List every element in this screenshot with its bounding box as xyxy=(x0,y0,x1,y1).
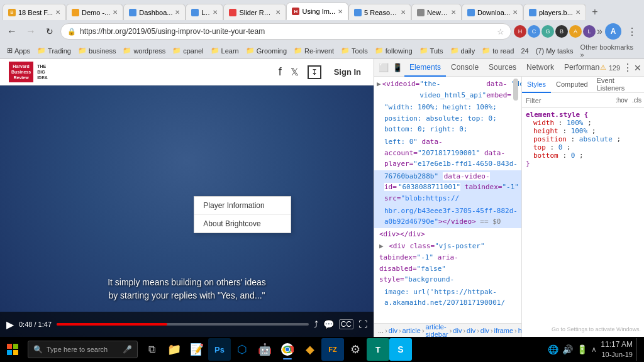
cc-icon[interactable]: CC xyxy=(339,319,353,329)
tab-10[interactable]: players.b... ✕ xyxy=(523,4,586,20)
context-menu-item-2[interactable]: About Brightcove xyxy=(194,215,291,233)
ext-dots[interactable]: » xyxy=(597,26,602,37)
show-desktop-button[interactable] xyxy=(636,338,640,361)
task-view-button[interactable]: ⧉ xyxy=(140,338,163,361)
tab-7[interactable]: 5 Reason... ✕ xyxy=(348,4,411,20)
reload-button[interactable]: ↻ xyxy=(42,23,58,40)
chat-icon[interactable]: 💬 xyxy=(323,319,334,329)
expand-icon-7[interactable]: ▶ xyxy=(379,242,384,250)
tab9-close[interactable]: ✕ xyxy=(513,9,518,16)
tab3-close[interactable]: ✕ xyxy=(175,9,180,16)
app-orange[interactable]: ◆ xyxy=(299,338,321,361)
bc-div3[interactable]: div xyxy=(467,327,475,334)
bc-div4[interactable]: div xyxy=(480,327,489,334)
progress-bar[interactable] xyxy=(57,323,309,326)
bc-div2[interactable]: div xyxy=(453,327,462,334)
code-scrollbar[interactable] xyxy=(513,77,518,126)
fullscreen-icon[interactable]: ⛶ xyxy=(358,319,367,329)
bc-article[interactable]: article xyxy=(402,327,421,334)
prop-name-position[interactable]: position xyxy=(533,135,567,143)
volume-icon[interactable]: 🔊 xyxy=(562,344,573,354)
forward-button[interactable]: → xyxy=(23,23,39,40)
tab-4[interactable]: LC ✕ xyxy=(186,4,223,20)
styles-filter-input[interactable] xyxy=(526,97,613,104)
prop-val-position[interactable]: absolute xyxy=(579,135,613,143)
new-tab-button[interactable]: + xyxy=(586,4,604,20)
ext-green[interactable]: G xyxy=(541,25,554,38)
ext-blue[interactable]: C xyxy=(528,25,540,38)
code-line-4-selected[interactable]: 76760bab288b" data-video-id="60380887110… xyxy=(374,170,521,205)
tab-6-active[interactable]: H Using Im... ✕ xyxy=(286,3,348,20)
prop-name-bottom[interactable]: bottom xyxy=(533,151,558,160)
back-button[interactable]: ← xyxy=(4,23,20,40)
prop-val-top[interactable]: 0 xyxy=(558,143,563,151)
code-line-5-selected[interactable]: hbr.org/b43eee3f-3705-45ff-882d-a0b92d46… xyxy=(374,205,521,228)
bookmark-following[interactable]: 📁 following xyxy=(372,46,416,55)
menu-button[interactable]: ⋮ xyxy=(624,23,640,40)
bookmark-apps[interactable]: ⊞ Apps xyxy=(4,46,33,55)
battery-icon[interactable]: 🔋 xyxy=(577,344,587,354)
taskbar-search[interactable]: 🔍 Type here to search 🎤 xyxy=(28,341,138,358)
app-filezilla[interactable]: FZ xyxy=(321,338,344,361)
bookmark-reinvent[interactable]: 📁 Re-invent xyxy=(291,46,337,55)
app-skype[interactable]: S xyxy=(389,338,412,361)
ext-dark[interactable]: B xyxy=(555,25,568,38)
bc-iframe[interactable]: iframe xyxy=(494,327,514,334)
app-settings[interactable]: ⚙ xyxy=(344,338,367,361)
archive-button[interactable]: ↧ xyxy=(308,65,321,79)
bookmark-trading[interactable]: 📁 Trading xyxy=(34,46,74,55)
twitter-icon[interactable]: 𝕏 xyxy=(291,66,299,78)
devtools-more-icon[interactable]: ⋮ xyxy=(623,62,633,74)
tab6-close[interactable]: ✕ xyxy=(338,8,343,15)
app-vscode[interactable]: ⬡ xyxy=(231,338,253,361)
bc-dots[interactable]: ... xyxy=(378,327,384,334)
tab4-close[interactable]: ✕ xyxy=(213,9,218,16)
prop-val-width[interactable]: 100% xyxy=(567,119,584,127)
bookmarks-other[interactable]: Other bookmarks » xyxy=(577,43,640,59)
tab-console[interactable]: Console xyxy=(446,59,484,77)
bc-div[interactable]: div xyxy=(389,327,397,334)
bookmark-mytasks[interactable]: (7) My tasks xyxy=(533,47,577,55)
star-icon[interactable]: ☆ xyxy=(497,27,504,36)
prop-name-top[interactable]: top xyxy=(533,143,546,151)
styles-tab-styles[interactable]: Styles xyxy=(522,77,551,93)
bookmark-wordpress[interactable]: 📁 wordpress xyxy=(119,46,169,55)
prop-name-width[interactable]: width xyxy=(533,119,554,127)
tab-performance[interactable]: Performance xyxy=(559,59,600,77)
app-chrome[interactable] xyxy=(276,338,299,361)
ext-orange[interactable]: A xyxy=(569,25,582,38)
tab-5[interactable]: Slider Re... ✕ xyxy=(223,4,286,20)
bookmark-tools[interactable]: 📁 Tools xyxy=(338,46,371,55)
devtools-icon-mobile[interactable]: 📱 xyxy=(391,61,404,75)
clock[interactable]: 11:17 AM 10-Jun-19 xyxy=(601,339,633,359)
play-pause-button[interactable]: ▶ xyxy=(6,319,14,331)
system-tray-expand[interactable]: ∧ xyxy=(591,345,597,354)
tab-2[interactable]: Demo -... ✕ xyxy=(66,4,123,20)
tab-3[interactable]: Dashboa... ✕ xyxy=(123,4,186,20)
devtools-icon-inspect[interactable]: ⬜ xyxy=(377,61,391,75)
bookmark-learn[interactable]: 📁 Learn xyxy=(208,46,242,55)
expand-icon-1[interactable]: ▶ xyxy=(377,79,381,90)
styles-tab-computed[interactable]: Computed xyxy=(551,77,593,93)
tab2-close[interactable]: ✕ xyxy=(113,9,118,16)
tab-8[interactable]: New Tab ✕ xyxy=(411,4,462,20)
tab-elements[interactable]: Elements xyxy=(404,59,446,77)
bookmark-business[interactable]: 📁 business xyxy=(75,46,119,55)
app-notepad[interactable]: 📝 xyxy=(186,338,208,361)
bookmark-toread[interactable]: 📁 to read xyxy=(479,46,517,55)
tab10-close[interactable]: ✕ xyxy=(575,9,580,16)
devtools-close-icon[interactable]: ✕ xyxy=(634,63,641,73)
bookmark-daily[interactable]: 📁 daily xyxy=(447,46,479,55)
app-android[interactable]: 🤖 xyxy=(253,338,276,361)
tab-network[interactable]: Network xyxy=(521,59,559,77)
prop-val-bottom[interactable]: 0 xyxy=(571,151,575,160)
bookmark-24[interactable]: 24 xyxy=(518,47,531,55)
bookmark-tuts[interactable]: 📁 Tuts xyxy=(416,46,447,55)
hov-button[interactable]: :hov xyxy=(614,96,629,104)
cls-button[interactable]: .cls xyxy=(631,96,643,104)
context-menu-item-1[interactable]: Player Information xyxy=(194,197,291,214)
bookmark-cpanel[interactable]: 📁 cpanel xyxy=(169,46,206,55)
address-bar[interactable]: 🔒 https://hbr.org/2019/05/using-improv-t… xyxy=(60,23,511,40)
bookmark-grooming[interactable]: 📁 Grooming xyxy=(243,46,290,55)
styles-tab-events[interactable]: Event Listeners xyxy=(593,77,644,93)
